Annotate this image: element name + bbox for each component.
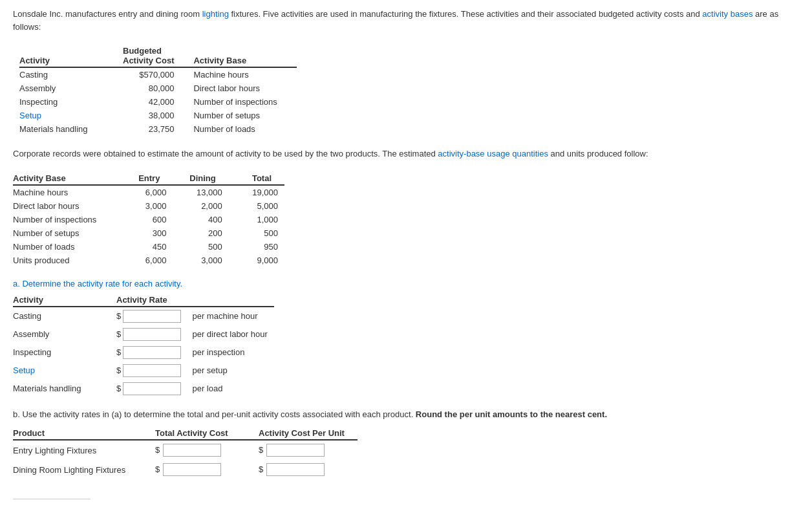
rate-setup-label: Setup xyxy=(13,362,116,380)
product-entry-total-cell: $ xyxy=(155,440,259,460)
ab-dining-inspections: 400 xyxy=(173,213,228,226)
table-row: Units produced 6,000 3,000 9,000 xyxy=(13,254,284,267)
activity-base-table-section: Activity Base Entry Dining Total Machine… xyxy=(13,172,799,267)
total-cost-col-header: Total Activity Cost xyxy=(155,427,259,440)
ab-inspections: Number of inspections xyxy=(13,213,117,226)
product-table-header: Product Total Activity Cost Activity Cos… xyxy=(13,427,358,440)
rate-assembly-input-cell xyxy=(123,325,187,343)
activity-inspecting: Inspecting xyxy=(19,95,123,109)
rate-setup-unit: per setup xyxy=(187,362,274,380)
rate-materials-dollar: $ xyxy=(116,380,123,398)
table-row: Casting $ per machine hour xyxy=(13,307,274,325)
rate-casting-unit: per machine hour xyxy=(187,307,274,325)
base-casting: Machine hours xyxy=(193,68,296,82)
ab-total-col-header: Total xyxy=(229,172,284,185)
product-entry-label: Entry Lighting Fixtures xyxy=(13,440,155,460)
ab-machine-hours: Machine hours xyxy=(13,186,117,199)
intro-text-after: fixtures. Five activities are used in ma… xyxy=(229,9,702,19)
product-dining-total-cell: $ xyxy=(155,460,259,479)
rate-casting-dollar: $ xyxy=(116,307,123,325)
section-b: b. Use the activity rates in (a) to dete… xyxy=(13,408,799,480)
ab-entry-machine: 6,000 xyxy=(117,186,173,199)
ab-entry-inspections: 600 xyxy=(117,213,173,226)
base-inspecting: Number of inspections xyxy=(193,95,296,109)
product-dining-total-dollar: $ xyxy=(155,464,160,474)
rate-materials-unit: per load xyxy=(187,380,274,398)
ab-dining-labor: 2,000 xyxy=(173,199,228,213)
rate-assembly-label: Assembly xyxy=(13,325,116,343)
product-entry-perunit-input[interactable] xyxy=(266,444,325,457)
product-table: Product Total Activity Cost Activity Cos… xyxy=(13,427,358,479)
table-row: Dining Room Lighting Fixtures $ $ xyxy=(13,460,358,479)
table-row: Number of loads 450 500 950 xyxy=(13,240,284,254)
rate-inspecting-dollar: $ xyxy=(116,343,123,362)
base-assembly: Direct labor hours xyxy=(193,82,296,95)
ab-entry-units: 6,000 xyxy=(117,254,173,267)
activity-base-table: Activity Base Entry Dining Total Machine… xyxy=(13,172,284,267)
ab-total-units: 9,000 xyxy=(229,254,284,267)
bottom-divider xyxy=(13,499,91,499)
section-b-title: b. Use the activity rates in (a) to dete… xyxy=(13,408,799,421)
rate-materials-input-cell xyxy=(123,380,187,398)
rate-col-header: Activity Rate xyxy=(116,294,274,307)
product-dining-perunit-cell: $ xyxy=(259,460,358,479)
ab-total-machine: 19,000 xyxy=(229,186,284,199)
second-para-link: activity-base usage quantities xyxy=(438,149,548,158)
rate-assembly-input[interactable] xyxy=(123,328,181,341)
table-row: Setup 38,000 Number of setups xyxy=(19,109,297,122)
ab-total-inspections: 1,000 xyxy=(229,213,284,226)
rate-materials-label: Materials handling xyxy=(13,380,116,398)
table-row: Assembly $ per direct labor hour xyxy=(13,325,274,343)
rate-setup-input[interactable] xyxy=(123,364,181,377)
rate-setup-dollar: $ xyxy=(116,362,123,380)
rate-inspecting-input[interactable] xyxy=(123,346,181,359)
cost-inspecting: 42,000 xyxy=(123,95,193,109)
rate-inspecting-input-cell xyxy=(123,343,187,362)
product-col-header: Product xyxy=(13,427,155,440)
rate-assembly-dollar: $ xyxy=(116,325,123,343)
table-row: Inspecting 42,000 Number of inspections xyxy=(19,95,297,109)
activity-table-section: Activity BudgetedActivity Cost Activity … xyxy=(19,45,799,136)
ab-dining-machine: 13,000 xyxy=(173,186,228,199)
ab-entry-col-header: Entry xyxy=(117,172,173,185)
product-dining-perunit-input[interactable] xyxy=(266,463,325,476)
second-para-text2: and units produced follow: xyxy=(548,149,648,158)
ab-total-setups: 500 xyxy=(229,226,284,240)
cost-casting: $570,000 xyxy=(123,68,193,82)
product-entry-perunit-cell: $ xyxy=(259,440,358,460)
table-row: Entry Lighting Fixtures $ $ xyxy=(13,440,358,460)
table-row: Materials handling 23,750 Number of load… xyxy=(19,122,297,136)
activity-materials: Materials handling xyxy=(19,122,123,136)
rate-casting-input[interactable] xyxy=(123,310,181,323)
ab-entry-loads: 450 xyxy=(117,240,173,254)
base-materials: Number of loads xyxy=(193,122,296,136)
activity-table: Activity BudgetedActivity Cost Activity … xyxy=(19,45,297,136)
rate-table-header: Activity Activity Rate xyxy=(13,294,274,307)
ab-loads: Number of loads xyxy=(13,240,117,254)
activity-table-header: Activity BudgetedActivity Cost Activity … xyxy=(19,45,297,67)
ab-entry-setups: 300 xyxy=(117,226,173,240)
budgeted-cost-col-header: BudgetedActivity Cost xyxy=(123,45,193,67)
ab-setups: Number of setups xyxy=(13,226,117,240)
activity-assembly: Assembly xyxy=(19,82,123,95)
rate-activity-col-header: Activity xyxy=(13,294,116,307)
product-entry-total-input[interactable] xyxy=(163,444,221,457)
ab-table-header: Activity Base Entry Dining Total xyxy=(13,172,284,185)
ab-dining-units: 3,000 xyxy=(173,254,228,267)
second-paragraph: Corporate records were obtained to estim… xyxy=(13,147,799,160)
table-row: Number of inspections 600 400 1,000 xyxy=(13,213,284,226)
ab-total-loads: 950 xyxy=(229,240,284,254)
product-dining-label: Dining Room Lighting Fixtures xyxy=(13,460,155,479)
ab-entry-labor: 3,000 xyxy=(117,199,173,213)
table-row: Number of setups 300 200 500 xyxy=(13,226,284,240)
rate-materials-input[interactable] xyxy=(123,382,181,395)
activity-base-col-header: Activity Base xyxy=(193,45,296,67)
base-setup: Number of setups xyxy=(193,109,296,122)
intro-link-lighting: lighting xyxy=(202,9,229,19)
table-row: Assembly 80,000 Direct labor hours xyxy=(19,82,297,95)
table-row: Inspecting $ per inspection xyxy=(13,343,274,362)
product-dining-total-input[interactable] xyxy=(163,463,221,476)
product-dining-perunit-dollar: $ xyxy=(259,464,263,474)
product-entry-total-dollar: $ xyxy=(155,445,160,455)
table-row: Setup $ per setup xyxy=(13,362,274,380)
